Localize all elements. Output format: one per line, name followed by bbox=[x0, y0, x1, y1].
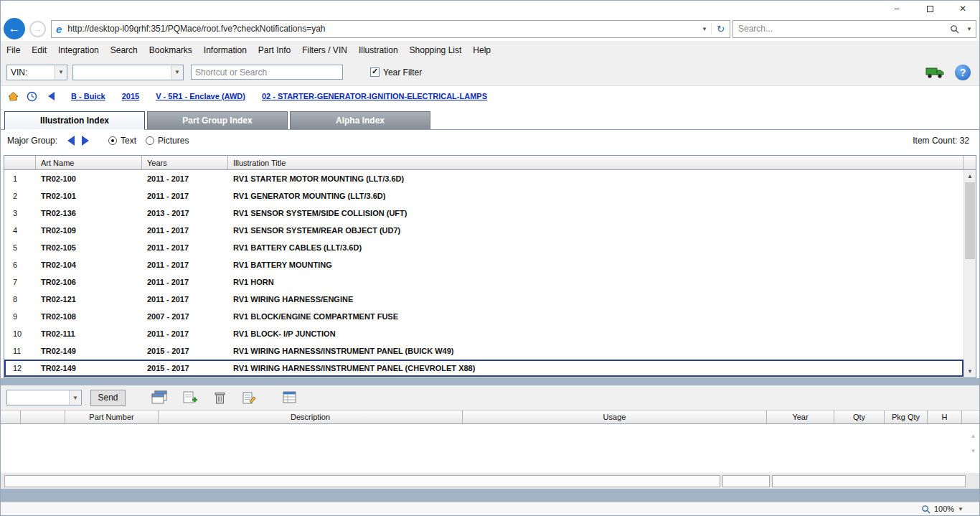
tab-illustration-index[interactable]: Illustration Index bbox=[4, 111, 145, 130]
header-art-name[interactable]: Art Name bbox=[36, 156, 142, 170]
address-dropdown-icon[interactable]: ▼ bbox=[698, 26, 711, 32]
title-bar: – ✕ bbox=[1, 1, 979, 17]
menu-help[interactable]: Help bbox=[467, 45, 496, 55]
breadcrumb-link-year[interactable]: 2015 bbox=[122, 92, 139, 100]
parts-action-dropdown[interactable]: ▼ bbox=[6, 390, 82, 405]
send-button[interactable]: Send bbox=[90, 390, 126, 406]
add-item-icon[interactable] bbox=[182, 390, 198, 405]
model-dropdown[interactable]: ▼ bbox=[72, 65, 184, 80]
breadcrumb-link-model[interactable]: V - 5R1 - Enclave (AWD) bbox=[156, 92, 245, 100]
breadcrumb-link-group[interactable]: 02 - STARTER-GENERATOR-IGNITION-ELECTRIC… bbox=[262, 92, 487, 100]
minimize-icon: – bbox=[895, 4, 900, 14]
home-icon[interactable] bbox=[8, 91, 19, 101]
header-years[interactable]: Years bbox=[142, 156, 228, 170]
open-window-icon[interactable] bbox=[151, 390, 167, 405]
text-radio-button[interactable] bbox=[108, 136, 117, 145]
zoom-control[interactable]: 100% ▼ bbox=[921, 505, 963, 514]
parts-tool-icons bbox=[151, 390, 313, 405]
years-cell: 2011 - 2017 bbox=[142, 278, 228, 286]
parts-scroll-down-icon[interactable]: ▼ bbox=[971, 448, 976, 454]
art-name-cell: TR02-108 bbox=[36, 312, 142, 321]
close-button[interactable]: ✕ bbox=[946, 1, 979, 17]
parts-header-part-number[interactable]: Part Number bbox=[65, 410, 159, 424]
illustration-table-row[interactable]: 8 TR02-121 2011 - 2017 RV1 WIRING HARNES… bbox=[4, 291, 963, 308]
menu-edit[interactable]: Edit bbox=[26, 45, 52, 55]
illustration-table-row[interactable]: 1 TR02-100 2011 - 2017 RV1 STARTER MOTOR… bbox=[4, 170, 963, 187]
illustration-table-row[interactable]: 3 TR02-136 2013 - 2017 RV1 SENSOR SYSTEM… bbox=[4, 205, 963, 222]
header-row-number[interactable] bbox=[4, 156, 36, 170]
major-group-next-icon[interactable] bbox=[82, 136, 89, 146]
illustration-table-row[interactable]: 5 TR02-105 2011 - 2017 RV1 BATTERY CABLE… bbox=[4, 239, 963, 256]
pictures-radio-button[interactable] bbox=[146, 136, 154, 145]
search-input[interactable] bbox=[733, 23, 946, 34]
art-name-cell: TR02-121 bbox=[36, 295, 142, 304]
menu-information[interactable]: Information bbox=[198, 45, 253, 55]
breadcrumb-back-icon[interactable] bbox=[48, 92, 55, 100]
back-button[interactable]: ← bbox=[4, 18, 25, 39]
menu-filters-vin[interactable]: Filters / VIN bbox=[296, 45, 353, 55]
search-icon[interactable] bbox=[946, 24, 963, 34]
scroll-up-icon[interactable]: ▲ bbox=[964, 170, 976, 182]
menu-part-info[interactable]: Part Info bbox=[253, 45, 296, 55]
menu-file[interactable]: File bbox=[1, 45, 26, 55]
search-dropdown-icon[interactable]: ▼ bbox=[963, 26, 976, 32]
menu-bar: File Edit Integration Search Bookmarks I… bbox=[1, 41, 979, 59]
art-name-cell: TR02-149 bbox=[36, 347, 142, 355]
menu-bookmarks[interactable]: Bookmarks bbox=[143, 45, 198, 55]
menu-integration[interactable]: Integration bbox=[52, 45, 105, 55]
header-illustration-title[interactable]: Illustration Title bbox=[228, 156, 963, 170]
illustration-table-row[interactable]: 9 TR02-108 2007 - 2017 RV1 BLOCK/ENGINE … bbox=[4, 308, 963, 325]
parts-header-h[interactable]: H bbox=[928, 410, 962, 424]
history-clock-icon[interactable] bbox=[27, 91, 37, 102]
breadcrumb-link-make[interactable]: B - Buick bbox=[71, 92, 105, 100]
illustration-title-cell: RV1 WIRING HARNESS/INSTRUMENT PANEL (CHE… bbox=[228, 364, 963, 372]
parts-header-select[interactable] bbox=[1, 410, 21, 424]
vin-dropdown[interactable]: VIN: ▼ bbox=[6, 65, 67, 80]
refresh-icon[interactable]: ↻ bbox=[711, 23, 730, 34]
illustration-table-row[interactable]: 7 TR02-106 2011 - 2017 RV1 HORN bbox=[4, 273, 963, 291]
delete-trash-icon[interactable] bbox=[213, 390, 227, 405]
parts-header-pkg-qty[interactable]: Pkg Qty bbox=[885, 410, 928, 424]
illustration-table-row[interactable]: 11 TR02-149 2015 - 2017 RV1 WIRING HARNE… bbox=[4, 342, 963, 360]
illustration-title-cell: RV1 BATTERY CABLES (LLT/3.6D) bbox=[228, 243, 963, 252]
address-bar[interactable]: e ▼ ↻ bbox=[51, 20, 730, 38]
illustration-table-row[interactable]: 4 TR02-109 2011 - 2017 RV1 SENSOR SYSTEM… bbox=[4, 222, 963, 239]
parts-header-icon-col[interactable] bbox=[21, 410, 65, 424]
text-radio[interactable]: Text bbox=[108, 136, 136, 146]
forward-button[interactable]: → bbox=[29, 21, 46, 37]
minimize-button[interactable]: – bbox=[880, 1, 913, 17]
row-number-cell: 9 bbox=[4, 312, 36, 321]
menu-illustration[interactable]: Illustration bbox=[353, 45, 404, 55]
year-filter-control[interactable]: Year Filter bbox=[370, 67, 422, 78]
maximize-button[interactable] bbox=[913, 1, 946, 17]
scroll-down-icon[interactable]: ▼ bbox=[964, 365, 976, 377]
report-list-icon[interactable] bbox=[282, 390, 298, 405]
year-filter-checkbox[interactable] bbox=[370, 67, 380, 77]
parts-header-usage[interactable]: Usage bbox=[463, 410, 767, 424]
url-input[interactable] bbox=[66, 21, 698, 37]
tab-alpha-index[interactable]: Alpha Index bbox=[290, 111, 430, 129]
vehicle-truck-icon[interactable] bbox=[925, 65, 945, 79]
major-group-prev-icon[interactable] bbox=[67, 136, 75, 146]
illustration-table-row[interactable]: 2 TR02-101 2011 - 2017 RV1 GENERATOR MOU… bbox=[4, 187, 963, 205]
help-icon[interactable]: ? bbox=[955, 65, 971, 80]
edit-note-icon[interactable] bbox=[242, 390, 257, 405]
pictures-radio[interactable]: Pictures bbox=[146, 136, 189, 146]
vertical-scrollbar[interactable]: ▲ ▼ bbox=[963, 170, 976, 377]
illustration-table-row[interactable]: 10 TR02-111 2011 - 2017 RV1 BLOCK- I/P J… bbox=[4, 325, 963, 342]
years-cell: 2013 - 2017 bbox=[142, 209, 228, 217]
tab-part-group-index[interactable]: Part Group Index bbox=[147, 111, 288, 129]
parts-scroll-up-icon[interactable]: ▲ bbox=[971, 433, 976, 439]
illustration-table-row[interactable]: 12 TR02-149 2015 - 2017 RV1 WIRING HARNE… bbox=[4, 360, 963, 377]
scrollbar-track[interactable] bbox=[964, 182, 976, 365]
parts-header-description[interactable]: Description bbox=[159, 410, 463, 424]
scrollbar-thumb[interactable] bbox=[965, 182, 975, 259]
menu-shopping-list[interactable]: Shopping List bbox=[404, 45, 468, 55]
menu-search[interactable]: Search bbox=[105, 45, 143, 55]
shortcut-search-input[interactable] bbox=[191, 65, 343, 80]
parts-scrollbar[interactable]: ▲ ▼ bbox=[967, 424, 979, 473]
illustration-table-row[interactable]: 6 TR02-104 2011 - 2017 RV1 BATTERY MOUNT… bbox=[4, 256, 963, 273]
parts-header-year[interactable]: Year bbox=[767, 410, 834, 424]
panel-splitter[interactable] bbox=[1, 378, 979, 385]
parts-header-qty[interactable]: Qty bbox=[834, 410, 885, 424]
